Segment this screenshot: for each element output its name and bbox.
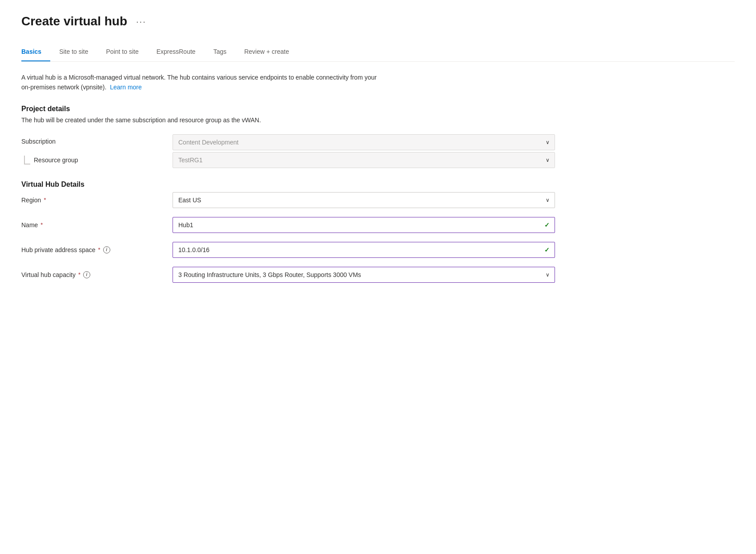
tab-point-to-site[interactable]: Point to site (97, 43, 148, 61)
address-space-required-star: * (98, 246, 101, 253)
indent-horizontal-line (24, 164, 30, 165)
region-select[interactable]: East US (173, 192, 555, 208)
region-required-star: * (44, 197, 46, 203)
resource-group-label: Resource group (34, 157, 78, 164)
address-space-field-wrapper: ✓ (173, 242, 555, 258)
page-title: Create virtual hub (21, 14, 127, 28)
capacity-required-star: * (78, 271, 80, 278)
tabs-nav: Basics Site to site Point to site Expres… (21, 43, 735, 62)
capacity-field-wrapper: 3 Routing Infrastructure Units, 3 Gbps R… (173, 267, 555, 283)
indent-vertical-line (24, 156, 25, 164)
capacity-info-icon[interactable]: i (83, 271, 90, 278)
region-field-wrapper: East US ∨ (173, 192, 555, 208)
hub-details-title: Virtual Hub Details (21, 181, 735, 189)
hub-private-address-space-group: Hub private address space * i ✓ (21, 242, 555, 258)
project-details-title: Project details (21, 105, 735, 113)
ellipsis-menu-button[interactable]: ··· (133, 15, 150, 28)
tab-basics[interactable]: Basics (21, 43, 50, 61)
tab-site-to-site[interactable]: Site to site (50, 43, 97, 61)
tab-tags[interactable]: Tags (205, 43, 236, 61)
project-details-subtitle: The hub will be created under the same s… (21, 116, 735, 124)
learn-more-link[interactable]: Learn more (110, 84, 142, 91)
resource-group-field-wrapper: TestRG1 ∨ (173, 152, 555, 168)
address-space-input[interactable] (173, 242, 555, 258)
subscription-select[interactable]: Content Development (173, 134, 555, 150)
virtual-hub-capacity-group: Virtual hub capacity * i 3 Routing Infra… (21, 267, 555, 283)
resource-group-row: Resource group TestRG1 ∨ (21, 152, 555, 168)
name-required-star: * (40, 221, 43, 228)
project-details-section: Project details The hub will be created … (21, 105, 735, 168)
tab-review-create[interactable]: Review + create (235, 43, 298, 61)
page-description: A virtual hub is a Microsoft-managed vir… (21, 72, 386, 92)
subscription-label: Subscription (21, 134, 173, 145)
subscription-group: Subscription Content Development ∨ (21, 134, 555, 150)
region-label: Region * (21, 197, 173, 204)
capacity-select[interactable]: 3 Routing Infrastructure Units, 3 Gbps R… (173, 267, 555, 283)
name-input[interactable] (173, 217, 555, 233)
region-group: Region * East US ∨ (21, 192, 555, 208)
hub-details-section: Virtual Hub Details Region * East US ∨ N… (21, 181, 735, 283)
address-space-info-icon[interactable]: i (103, 246, 110, 253)
name-field-wrapper: ✓ (173, 217, 555, 233)
tab-expressroute[interactable]: ExpressRoute (148, 43, 205, 61)
subscription-field-wrapper: Content Development ∨ (173, 134, 555, 150)
name-label: Name * (21, 221, 173, 229)
hub-private-address-space-label: Hub private address space * i (21, 246, 173, 253)
resource-group-select[interactable]: TestRG1 (173, 152, 555, 168)
virtual-hub-capacity-label: Virtual hub capacity * i (21, 271, 173, 278)
name-group: Name * ✓ (21, 217, 555, 233)
